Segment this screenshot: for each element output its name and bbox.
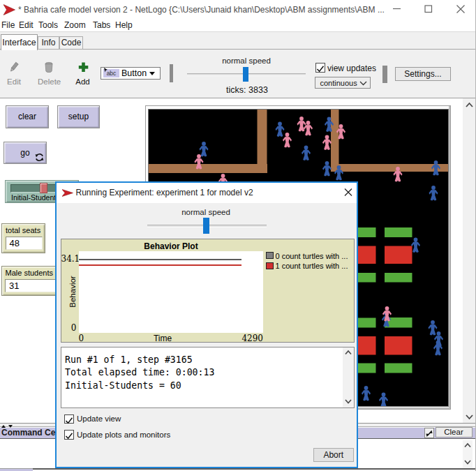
- dialog-title-bar[interactable]: Running Experiment: experiment 1 for mod…: [57, 183, 357, 203]
- menu-tools[interactable]: Tools: [38, 20, 58, 31]
- tab-interface[interactable]: Interface: [1, 34, 38, 50]
- speed-slider-handle[interactable]: [243, 67, 249, 82]
- person-blue: [379, 392, 388, 405]
- command-center-expand-button[interactable]: [424, 428, 434, 438]
- menu-help[interactable]: Help: [115, 20, 133, 31]
- delete-tool-button[interactable]: Delete: [38, 61, 59, 86]
- checkmark-icon: [65, 417, 73, 425]
- legend-label: 0 count turtles with ...: [276, 252, 348, 260]
- plot-series-red: [79, 264, 241, 266]
- abort-button[interactable]: Abort: [313, 448, 354, 463]
- view-updates-label: view updates: [327, 63, 376, 73]
- close-button[interactable]: [450, 1, 471, 17]
- go-button[interactable]: go: [3, 142, 47, 164]
- seat-green: [357, 317, 376, 327]
- plot-title: Behavior Plot: [61, 241, 281, 251]
- scroll-up-icon[interactable]: [345, 350, 352, 356]
- edit-tool-button[interactable]: Edit: [4, 61, 24, 86]
- dropdown-arrow-icon: [149, 72, 155, 75]
- monitor-value: 48: [6, 237, 43, 250]
- menu-edit[interactable]: Edit: [19, 20, 34, 31]
- person-blue: [411, 237, 420, 252]
- seat-red: [385, 246, 412, 264]
- clear-button[interactable]: clear: [6, 105, 49, 128]
- seat-green: [357, 227, 376, 237]
- menu-zoom[interactable]: Zoom: [64, 20, 86, 31]
- update-plots-label: Update plots and monitors: [77, 431, 170, 439]
- behavior-plot: Behavior Plot 34.1 0 0 4290 Time Behavio…: [61, 239, 355, 343]
- plot-area: [79, 251, 264, 334]
- console-line: Total elapsed time: 0:00:13: [65, 367, 214, 377]
- update-view-label: Update view: [77, 414, 121, 423]
- person-blue: [362, 386, 371, 401]
- total-seats-monitor: total seats 48: [1, 223, 45, 253]
- scroll-down-icon[interactable]: [345, 398, 352, 405]
- slider-label: Initial-Students: [11, 193, 59, 202]
- seat-red: [357, 246, 376, 264]
- seat-red: [385, 336, 412, 355]
- wall: [331, 164, 448, 172]
- menu-tabs[interactable]: Tabs: [93, 20, 110, 31]
- toolbar-separator: [170, 64, 173, 82]
- add-tool-button[interactable]: Add: [73, 61, 93, 86]
- checkmark-icon: [316, 65, 325, 73]
- chevron-down-icon: [359, 81, 367, 86]
- person-pink: [322, 135, 332, 149]
- netlogo-logo-icon: [3, 4, 15, 15]
- tab-bar: Interface Info Code: [0, 32, 476, 50]
- dialog-speed-slider-handle[interactable]: [203, 218, 209, 234]
- setup-button[interactable]: setup: [57, 105, 100, 128]
- wall: [331, 110, 339, 172]
- monitor-label: Male students: [6, 269, 53, 277]
- scroll-up-icon[interactable]: [464, 442, 471, 449]
- plot-series-gray: [79, 259, 241, 260]
- splitter-down-icon[interactable]: [8, 425, 13, 428]
- scroll-up-icon[interactable]: [466, 102, 473, 108]
- settings-button[interactable]: Settings...: [395, 67, 451, 81]
- dialog-close-button[interactable]: [340, 185, 357, 200]
- dialog-title: Running Experiment: experiment 1 for mod…: [76, 183, 253, 202]
- update-plots-checkbox[interactable]: [64, 430, 74, 440]
- update-mode-dropdown[interactable]: continuous: [315, 77, 371, 89]
- monitor-label: total seats: [6, 226, 40, 234]
- experiment-output-console[interactable]: Run #1 of 1, step #3165 Total elapsed ti…: [61, 347, 355, 408]
- console-line: Run #1 of 1, step #3165: [65, 354, 193, 365]
- interface-scrollbar[interactable]: [463, 98, 475, 423]
- seat-green: [357, 363, 376, 373]
- window-title: * Bahria cafe model version 2 - NetLogo …: [18, 0, 385, 20]
- splitter-up-icon[interactable]: [1, 425, 6, 428]
- slider-handle[interactable]: [40, 183, 47, 193]
- minimize-button[interactable]: [387, 1, 408, 17]
- person-blue: [431, 160, 440, 175]
- tab-code[interactable]: Code: [59, 36, 83, 50]
- seat-green: [385, 363, 412, 373]
- legend-swatch-gray: [266, 252, 274, 259]
- plot-yaxis-label: Behavior: [68, 257, 77, 327]
- delete-tool-label: Delete: [38, 77, 59, 86]
- seat-green: [385, 227, 412, 237]
- maximize-button[interactable]: [418, 1, 439, 17]
- dialog-speed-label: normal speed: [150, 208, 262, 216]
- seat-green: [385, 273, 412, 283]
- button-widget-icon: abc: [103, 69, 119, 77]
- trash-icon: [43, 61, 54, 73]
- command-center-clear-button[interactable]: Clear: [436, 427, 473, 438]
- person-blue: [199, 142, 208, 156]
- widget-type-dropdown[interactable]: abc Button: [101, 67, 161, 80]
- seat-green: [357, 273, 376, 283]
- menu-file[interactable]: File: [1, 20, 15, 31]
- console-scrollbar[interactable]: [343, 347, 354, 408]
- scroll-down-icon[interactable]: [464, 459, 471, 465]
- checkmark-icon: [65, 432, 73, 440]
- title-bar: * Bahria cafe model version 2 - NetLogo …: [0, 0, 476, 20]
- tab-info[interactable]: Info: [38, 36, 59, 50]
- scroll-down-icon[interactable]: [466, 414, 473, 420]
- view-updates-checkbox[interactable]: [315, 63, 325, 73]
- command-center-scrollbar[interactable]: [463, 440, 473, 468]
- update-view-checkbox[interactable]: [64, 414, 74, 424]
- command-line-prompt[interactable]: [0, 468, 33, 471]
- legend-swatch-red: [266, 262, 274, 269]
- toolbar: Edit Delete Add abc Button normal sp: [0, 50, 476, 98]
- netlogo-window: * Bahria cafe model version 2 - NetLogo …: [0, 0, 476, 471]
- ticks-counter: ticks: 3833: [208, 85, 286, 95]
